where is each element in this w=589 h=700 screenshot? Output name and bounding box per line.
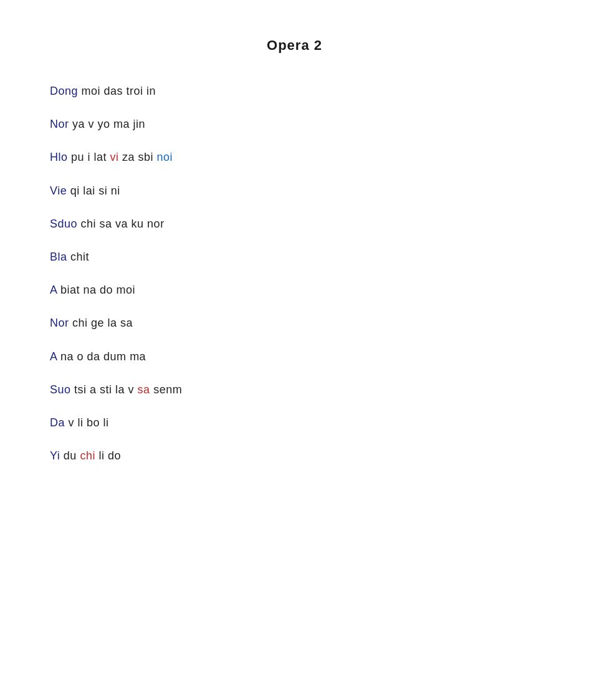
list-item: Dong moi das troi in [50, 84, 539, 99]
page: Opera 2 Dong moi das troi inNor ya v yo … [0, 0, 589, 700]
list-item: A na o da dum ma [50, 349, 539, 365]
list-item: Nor chi ge la sa [50, 315, 539, 331]
list-item: Da v li bo li [50, 415, 539, 431]
list-item: Yi du chi li do [50, 448, 539, 464]
list-item: Bla chit [50, 249, 539, 265]
list-item: Suo tsi a sti la v sa senm [50, 382, 539, 398]
page-title: Opera 2 [50, 37, 539, 54]
list-item: A biat na do moi [50, 282, 539, 298]
list-item: Sduo chi sa va ku nor [50, 216, 539, 232]
lyrics-container: Dong moi das troi inNor ya v yo ma jinHl… [50, 84, 539, 481]
list-item: Nor ya v yo ma jin [50, 117, 539, 132]
list-item: Vie qi lai si ni [50, 183, 539, 199]
list-item: Hlo pu i lat vi za sbi noi [50, 150, 539, 165]
